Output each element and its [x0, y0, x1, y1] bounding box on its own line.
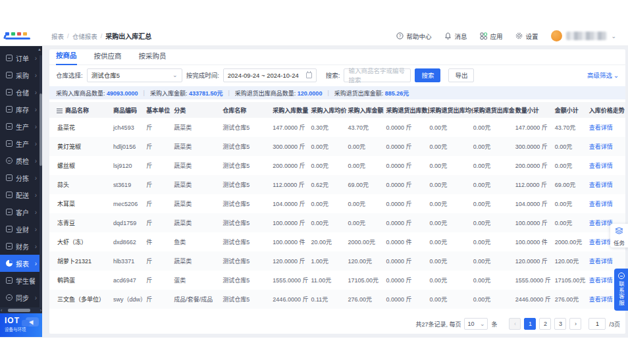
sidebar-item-sync[interactable]: 同步›	[0, 289, 42, 306]
sidebar-item-production[interactable]: 生产›	[0, 118, 42, 135]
service-face-icon	[618, 273, 625, 279]
sidebar-item-qc[interactable]: 质检›	[0, 152, 42, 169]
avatar	[551, 30, 562, 41]
table-cell: 大虾（冻）	[49, 232, 113, 251]
summary-bar: 采购入库商品数量: 49093.0000|采购入库金额: 433781.50元|…	[49, 86, 625, 99]
view-detail-link[interactable]: 查看详情	[589, 137, 625, 156]
table-cell: 三文鱼（多单位）	[49, 290, 113, 309]
view-detail-link[interactable]: 查看详情	[589, 156, 625, 175]
sidebar-scrollbar[interactable]	[39, 55, 42, 315]
sidebar-item-storage[interactable]: 仓储›	[0, 84, 42, 101]
view-detail-link[interactable]: 查看详情	[589, 251, 625, 271]
search-button[interactable]: 搜索	[415, 68, 440, 82]
tab-by-supplier[interactable]: 按供应商	[94, 51, 122, 65]
table-cell: 斤	[145, 137, 173, 156]
sidebar-horizontal-scrollbar[interactable]: ‹ ›	[0, 307, 42, 313]
summary-value: 120.0000	[298, 90, 323, 97]
sidebar-item-finance[interactable]: 财务›	[0, 238, 42, 255]
logo	[0, 32, 42, 39]
sidebar-item-customers[interactable]: 客户›	[0, 203, 42, 221]
table-cell: 0.00元	[473, 232, 515, 251]
table-cell: 0.00元	[429, 271, 473, 290]
column-settings-icon[interactable]	[57, 109, 63, 113]
table-cell: 蔬菜类	[173, 175, 222, 194]
table-row: 木耳菜mec5206斤蔬菜类测试仓库5104.0000 斤0.00元0.00元0…	[49, 194, 625, 213]
table-cell: 147.0000 斤	[515, 118, 554, 137]
sidebar-item-production-2[interactable]: 生产›	[0, 135, 42, 152]
date-range-picker[interactable]: 2024-09-24 ~ 2024-10-24	[223, 68, 317, 82]
table-cell: 120.0000 斤	[515, 251, 554, 271]
sidebar-item-purchase[interactable]: 采购›	[0, 66, 42, 84]
breadcrumb-warehouse-reports[interactable]: 仓储报表	[72, 32, 97, 41]
sidebar-item-student-meal[interactable]: 学生餐	[0, 272, 42, 289]
warehouse-select[interactable]: 测试仓库5 ⌄	[87, 68, 182, 82]
scroll-right-icon[interactable]: ›	[40, 307, 41, 313]
column-header: 采购退货出库金额	[473, 102, 515, 118]
table-cell: 0.00元	[554, 156, 589, 175]
sidebar-item-label: 仓储	[16, 88, 29, 97]
messages-button[interactable]: 消息	[444, 32, 467, 41]
summary-value: 49093.0000	[107, 90, 138, 97]
table-cell: 0.00元	[473, 156, 515, 175]
export-button[interactable]: 导出	[448, 68, 474, 82]
apps-button[interactable]: 应用	[480, 32, 502, 41]
table-cell: 120.00元	[347, 251, 385, 271]
qc-icon	[6, 157, 13, 164]
table-cell: lsj9120	[113, 156, 145, 175]
settings-button[interactable]: 设置	[515, 32, 538, 41]
prev-page-button[interactable]: ‹	[509, 318, 521, 330]
task-widget[interactable]: 任务	[610, 224, 628, 247]
column-header: 分类	[173, 102, 222, 118]
sidebar-item-inventory[interactable]: 库存›	[0, 101, 42, 118]
sidebar-item-delivery[interactable]: 配送›	[0, 186, 42, 203]
advanced-filter-toggle[interactable]: 高级筛选 ⌄	[587, 70, 619, 80]
table-cell: 276.00元	[554, 290, 589, 309]
unit-text: 条	[491, 320, 497, 328]
table-cell: 蔬菜类	[173, 251, 222, 271]
search-input[interactable]: 输入商品名字或编号搜索	[344, 68, 411, 82]
help-center-button[interactable]: ? 帮助中心	[396, 32, 431, 41]
table-cell: 2000.00元	[554, 232, 589, 251]
table-cell: 螺丝椒	[49, 156, 113, 175]
view-detail-link[interactable]: 查看详情	[589, 118, 625, 137]
tab-by-product[interactable]: 按商品	[56, 50, 77, 65]
scroll-left-icon[interactable]: ‹	[1, 307, 2, 313]
column-header: 采购退货出库均价	[429, 102, 473, 118]
table-cell: acd6947	[113, 271, 145, 290]
table-cell: 0.00元	[554, 194, 589, 213]
bell-icon	[444, 32, 452, 39]
table-cell: 1555.0000 斤	[272, 271, 310, 290]
contact-service-button[interactable]: 联系客服	[614, 269, 628, 311]
view-detail-link[interactable]: 查看详情	[589, 175, 625, 194]
page-button-1[interactable]: 1	[524, 318, 536, 330]
page-button-3[interactable]: 3	[554, 318, 566, 330]
iot-banner[interactable]: IOT 设备与环境	[0, 313, 42, 337]
page-button-2[interactable]: 2	[539, 318, 551, 330]
user-menu[interactable]: ⌄	[551, 30, 616, 41]
sidebar-item-reports[interactable]: 报表›	[0, 255, 42, 272]
page-jump-input[interactable]	[589, 318, 606, 330]
table-cell: 0.0000 斤	[386, 118, 429, 137]
table-cell: 0.00元	[429, 290, 473, 309]
table-cell: 0.00元	[429, 194, 473, 213]
sidebar-item-orders[interactable]: 订单›	[0, 49, 42, 66]
sidebar-item-label: 分拣	[16, 173, 29, 183]
table-cell: 0.0000 斤	[386, 271, 429, 290]
sidebar-item-biz-finance[interactable]: 业财›	[0, 221, 42, 238]
breadcrumb-reports[interactable]: 报表	[51, 32, 64, 41]
reports-icon	[6, 260, 13, 267]
next-page-button[interactable]: ›	[569, 318, 581, 330]
view-detail-link[interactable]: 查看详情	[589, 194, 625, 213]
page-size-select[interactable]: 10 ⌄	[464, 318, 488, 330]
sidebar-item-label: 生产	[16, 139, 29, 149]
table-cell: 300.0000 斤	[272, 137, 310, 156]
table-cell: 0.00元	[473, 290, 515, 309]
sidebar-item-sorting[interactable]: 分拣›	[0, 169, 42, 186]
sidebar-item-label: 财务	[16, 242, 29, 251]
main-content: 按商品 按供应商 按采购员 仓库选择: 测试仓库5 ⌄ 按完成时间: 2024-…	[42, 46, 628, 337]
column-header: 仓库名称	[222, 102, 272, 118]
tab-by-buyer[interactable]: 按采购员	[139, 51, 167, 65]
table-cell: 0.00元	[554, 213, 589, 232]
table-cell: 蒜头	[49, 175, 113, 194]
table-row: 胡萝卜21321hlb3371斤蔬菜类测试仓库5120.0000 斤1.00元1…	[49, 251, 625, 271]
